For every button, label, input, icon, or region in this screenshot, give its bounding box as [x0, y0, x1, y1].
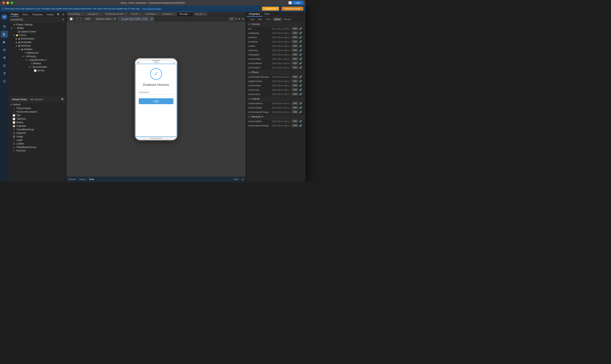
link-icon[interactable]: 🔗 — [299, 66, 302, 69]
library-item-tab[interactable]: ⬜Tab — [9, 114, 66, 117]
form-tab[interactable]: Form — [264, 17, 272, 21]
link-icon[interactable]: 🔗 — [299, 89, 302, 91]
library-item-flexscroll[interactable]: ▭FlexScrollContainer — [9, 110, 66, 114]
edit-button[interactable]: Edit — [292, 120, 298, 123]
tree-item-frmDetails[interactable]: ▶ ▣ frmDetails — [9, 40, 66, 44]
edit-button[interactable]: Edit — [292, 124, 298, 127]
link-icon[interactable]: 🔗 — [299, 49, 302, 52]
link-icon[interactable]: 🔗 — [299, 40, 302, 43]
maximize-button[interactable] — [11, 1, 13, 4]
library-item-listbox[interactable]: ☰ListBox — [9, 142, 66, 145]
minimize-button[interactable] — [6, 1, 9, 4]
library-item-button[interactable]: ⬜Button — [9, 121, 66, 124]
skin-tab[interactable]: Skin — [256, 17, 264, 21]
device-select[interactable]: Google Pixel (1080 x 1920) — [118, 17, 153, 21]
review-tab[interactable]: Review — [282, 17, 293, 21]
link-icon[interactable]: 🔗 — [299, 58, 302, 60]
expand-icon[interactable]: ▲ — [242, 178, 244, 181]
tab-assets[interactable]: Assets — [46, 13, 55, 16]
tab-skins[interactable]: Skins — [21, 13, 29, 16]
edit-button[interactable]: Edit — [292, 44, 298, 47]
remind-later-button[interactable]: Remind me later — [282, 7, 303, 11]
sidebar-icon-code[interactable]: ⁋ — [1, 70, 8, 77]
close-banner-button[interactable]: ✕ — [302, 7, 304, 10]
windows8-section-header[interactable]: ▼ Windows 8 — [247, 115, 306, 119]
platform-select[interactable]: Android : Native — [94, 17, 117, 21]
library-item-tabpane[interactable]: ⬜TabPane — [9, 117, 66, 121]
edit-button[interactable]: Edit — [292, 31, 298, 34]
general-section-header[interactable]: ▼ General — [247, 22, 306, 26]
sidebar-icon-project[interactable]: ◧ — [1, 31, 8, 38]
tree-item-frmActivation[interactable]: ▶ ▣ frmActivation — [9, 37, 66, 40]
sidebar-icon-home[interactable]: ⊞ — [1, 23, 8, 30]
tab-as-bu[interactable]: AS_Bu ☰ — [193, 12, 208, 16]
link-icon[interactable]: 🔗 — [299, 36, 302, 39]
mobile-view-button[interactable]: 📱 — [76, 17, 82, 21]
clear-button[interactable]: Clear — [234, 178, 238, 181]
android-section-header[interactable]: ▼ Android — [247, 97, 306, 101]
tree-item-popUpConfirm[interactable]: ▼ □ popUpConfirm ▼ — [9, 58, 66, 62]
link-icon[interactable]: 🔗 — [299, 80, 302, 83]
edit-button[interactable]: Edit — [292, 62, 298, 65]
library-search-icon[interactable]: 🔍 — [61, 98, 64, 101]
edit-button[interactable]: Edit — [292, 88, 298, 91]
tab-close[interactable]: ✕ — [99, 13, 100, 15]
sidebar-icon-tools[interactable]: ✚ — [1, 54, 8, 61]
edit-button[interactable]: Edit — [292, 102, 298, 105]
tab-frmList[interactable]: frmList ✕ — [129, 12, 143, 16]
edit-button[interactable]: Edit — [292, 110, 298, 113]
link-icon[interactable]: 🔗 — [299, 111, 302, 113]
library-item-label[interactable]: TLabel — [9, 138, 66, 142]
sidebar-icon-settings[interactable]: ⚙ — [1, 46, 8, 53]
tree-item-flxConfirmBtn[interactable]: ▼ □ flxConfirmBtn — [9, 65, 66, 69]
panel-search-icon[interactable]: 🔍 — [57, 13, 60, 16]
update-now-button[interactable]: Update now — [262, 7, 279, 11]
tab-close[interactable]: ✕ — [139, 13, 140, 15]
tab-close[interactable]: ☰ — [204, 13, 205, 15]
tab-templates[interactable]: Templates — [31, 13, 44, 16]
tab-close[interactable]: ✕ — [189, 13, 191, 15]
release-notes-link[interactable]: View Release Notes — [142, 7, 161, 10]
edit-button[interactable]: Edit — [292, 84, 298, 87]
library-item-richtext[interactable]: TRichText — [9, 149, 66, 153]
tree-item-lblWelcome[interactable]: T lblWelcome — [9, 51, 66, 55]
link-icon[interactable]: 🔗 — [299, 62, 302, 65]
sidebar-icon-play[interactable]: ▶ — [1, 39, 8, 46]
phone-username-input[interactable] — [139, 90, 173, 94]
bvr-button[interactable]: BVR — [84, 17, 92, 21]
tree-item-flxPopUp[interactable]: ▼ □ flxPopUp — [9, 55, 66, 58]
sidebar-icon-layout[interactable]: ⊞ — [1, 62, 8, 69]
library-item-radiobutton[interactable]: ◎RadioButtonGroup — [9, 145, 66, 149]
tab-frmHome[interactable]: frmHome ✕ — [160, 12, 177, 16]
layout-view-button[interactable]: ⬜ — [68, 17, 74, 21]
library-item-checkbox[interactable]: ☑CheckBoxGroup — [9, 128, 66, 131]
console-tab[interactable]: Console — [68, 178, 76, 181]
tab-frmLanding[interactable]: frmLanding ✕ — [67, 12, 85, 16]
edit-button[interactable]: Edit — [292, 92, 298, 95]
tab-initLogin[interactable]: initLogin.js ✕ — [85, 12, 103, 16]
iphone-section-header[interactable]: ▼ iPhone — [247, 70, 306, 75]
link-icon[interactable]: 🔗 — [299, 120, 302, 123]
edit-button[interactable]: Edit — [292, 36, 298, 39]
tree-item-frmMain[interactable]: ▼ ▣ frmMain — [9, 48, 66, 51]
tab-frmDetails[interactable]: frmDetails ✕ — [143, 12, 161, 16]
link-icon[interactable]: 🔗 — [299, 53, 302, 56]
link-icon[interactable]: 🔗 — [299, 106, 302, 109]
edit-button[interactable]: Edit — [292, 40, 298, 43]
tab-close[interactable]: ✕ — [173, 13, 175, 15]
link-icon[interactable]: 🔗 — [299, 76, 302, 78]
tree-item-mobile[interactable]: ▼ 📱 Mobile — [9, 26, 66, 30]
library-item-calendar[interactable]: 📅Calendar — [9, 124, 66, 128]
link-icon[interactable]: 🔗 — [299, 45, 302, 47]
edit-button[interactable]: Edit — [292, 27, 298, 30]
edit-button[interactable]: Edit — [292, 66, 298, 69]
tab-close[interactable]: ✕ — [125, 13, 126, 15]
library-item-datagrid[interactable]: ⊞DataGrid — [9, 131, 66, 135]
default-library-tab[interactable]: Default Library — [10, 98, 29, 101]
project-dropdown[interactable]: rndrelid2021 ▼ — [9, 17, 66, 22]
edit-button[interactable]: Edit — [292, 53, 298, 56]
link-icon[interactable]: 🔗 — [299, 124, 302, 127]
tree-item-forms[interactable]: ▼ 📁 Forms — [9, 33, 66, 37]
tree-item-settings[interactable]: ⚙ Project Settings — [9, 23, 66, 26]
link-icon[interactable]: 🔗 — [299, 93, 302, 95]
